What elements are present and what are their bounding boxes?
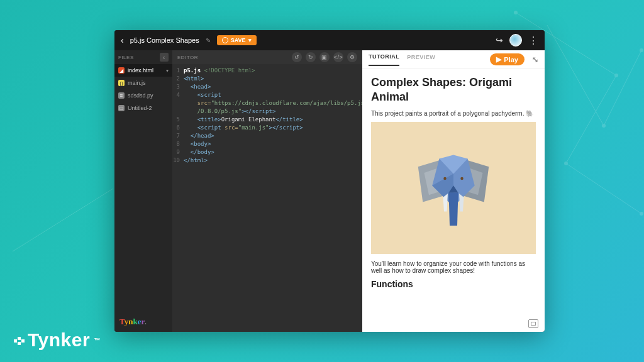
code-line: 3 <head>: [172, 83, 362, 91]
file-item-main-js[interactable]: {}main.js: [114, 77, 172, 89]
code-line: 1p5.js <!DOCTYPE html>: [172, 67, 362, 75]
tynker-logo: Tynker.: [114, 312, 172, 332]
svg-line-4: [604, 50, 641, 126]
expand-icon[interactable]: ⤡: [532, 55, 538, 64]
py-file-icon: ≡: [118, 92, 125, 99]
svg-point-7: [614, 74, 618, 77]
svg-point-23: [443, 177, 447, 180]
svg-point-8: [564, 162, 568, 165]
collapse-sidebar-icon[interactable]: ‹: [160, 53, 169, 62]
section-heading: Functions: [371, 279, 536, 289]
svg-line-1: [566, 75, 616, 163]
tutorial-title: Complex Shapes: Origami Animal: [371, 75, 536, 104]
tab-tutorial[interactable]: TUTORIAL: [369, 53, 399, 66]
chevron-down-icon: ▾: [166, 68, 169, 74]
file-name: Untitled-2: [128, 105, 152, 111]
files-sidebar: FILES ‹ ◢index.html▾{}main.js≡sdsdsd.py□…: [114, 50, 172, 332]
file-name: main.js: [128, 80, 146, 86]
txt-file-icon: □: [118, 105, 125, 111]
topbar: ‹ p5.js Complex Shapes ✎ SAVE ▾ ↪ ⋮: [114, 30, 545, 50]
svg-marker-21: [449, 193, 458, 226]
file-item-Untitled-2[interactable]: □Untitled-2: [114, 102, 172, 114]
code-line: 7 </head>: [172, 132, 362, 140]
feedback-icon[interactable]: [528, 319, 538, 328]
svg-point-10: [602, 124, 606, 128]
svg-point-24: [460, 177, 464, 180]
avatar[interactable]: [509, 34, 522, 47]
files-header: FILES ‹: [114, 50, 172, 64]
ide-window: ‹ p5.js Complex Shapes ✎ SAVE ▾ ↪ ⋮ FILE…: [114, 30, 545, 332]
svg-point-9: [640, 212, 643, 216]
edit-title-icon[interactable]: ✎: [206, 37, 211, 44]
svg-point-11: [640, 48, 643, 52]
play-icon: ▶: [496, 55, 501, 63]
share-icon[interactable]: ↪: [496, 35, 503, 45]
save-label: SAVE: [231, 37, 246, 43]
svg-line-5: [13, 189, 113, 251]
code-icon[interactable]: </>: [333, 52, 343, 62]
page-brand-logo: Tynker™: [14, 329, 101, 351]
project-title: p5.js Complex Shapes: [130, 36, 199, 44]
redo-icon[interactable]: ↻: [306, 52, 316, 62]
back-button[interactable]: ‹: [121, 35, 124, 45]
code-line: 4 <script: [172, 91, 362, 99]
file-item-sdsdsd-py[interactable]: ≡sdsdsd.py: [114, 89, 172, 102]
code-editor[interactable]: 1p5.js <!DOCTYPE html>2<html>3 <head>4 <…: [172, 64, 362, 332]
js-file-icon: {}: [118, 80, 125, 86]
code-line: src="https://cdnjs.cloudflare.com/ajax/l…: [172, 99, 362, 107]
file-name: sdsdsd.py: [128, 92, 153, 99]
code-line: 6 <script src="main.js"></script>: [172, 124, 362, 132]
settings-icon[interactable]: ⚙: [347, 52, 357, 62]
page-brand-text: Tynker: [28, 329, 90, 351]
code-line: 2<html>: [172, 75, 362, 83]
kebab-menu-icon[interactable]: ⋮: [528, 35, 538, 47]
play-label: Play: [504, 56, 518, 63]
history-icon: [222, 37, 228, 43]
tutorial-panel: TUTORIAL PREVIEW ▶ Play ⤡ Complex Shapes…: [362, 50, 545, 332]
code-line: 10</html>: [172, 156, 362, 165]
caret-down-icon: ▾: [248, 37, 252, 43]
tutorial-outro: You'll learn how to organize your code w…: [371, 260, 536, 274]
panel-body: Complex Shapes: Origami Animal This proj…: [362, 69, 545, 332]
image-icon[interactable]: ▣: [319, 52, 330, 62]
play-button[interactable]: ▶ Play: [490, 53, 525, 65]
tutorial-intro: This project paints a portrait of a poly…: [371, 110, 536, 117]
tab-preview[interactable]: PREVIEW: [407, 54, 435, 65]
code-line: /0.8.0/p5.js"></script>: [172, 107, 362, 116]
code-line: 8 <body>: [172, 140, 362, 148]
save-button[interactable]: SAVE ▾: [217, 35, 257, 45]
editor-header-label: EDITOR: [177, 55, 198, 60]
svg-line-2: [566, 163, 641, 214]
editor-panel: EDITOR ↺ ↻ ▣ </> ⚙ 1p5.js <!DOCTYPE html…: [172, 50, 362, 332]
code-line: 9 </body>: [172, 148, 362, 156]
svg-line-3: [547, 25, 604, 126]
file-name: index.html: [128, 67, 153, 74]
files-header-label: FILES: [118, 55, 134, 60]
code-line: 5 <title>Origami Elephant</title>: [172, 116, 362, 124]
elephant-illustration: [406, 141, 501, 235]
tutorial-image: [371, 122, 536, 254]
panel-header: TUTORIAL PREVIEW ▶ Play ⤡: [362, 50, 545, 69]
undo-icon[interactable]: ↺: [292, 52, 302, 62]
file-item-index-html[interactable]: ◢index.html▾: [114, 64, 172, 77]
svg-point-6: [514, 11, 518, 14]
html-file-icon: ◢: [118, 67, 125, 74]
editor-header: EDITOR ↺ ↻ ▣ </> ⚙: [172, 50, 362, 64]
